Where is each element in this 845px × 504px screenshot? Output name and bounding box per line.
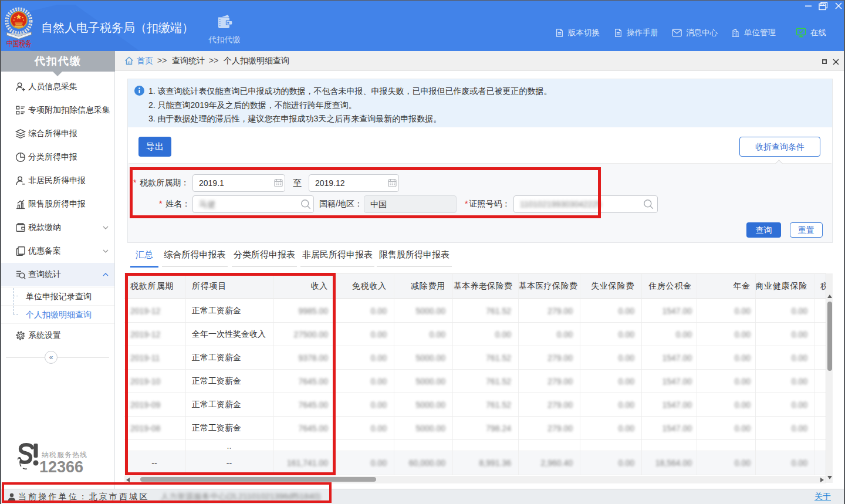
svg-text:中国税务: 中国税务 [6, 39, 32, 48]
